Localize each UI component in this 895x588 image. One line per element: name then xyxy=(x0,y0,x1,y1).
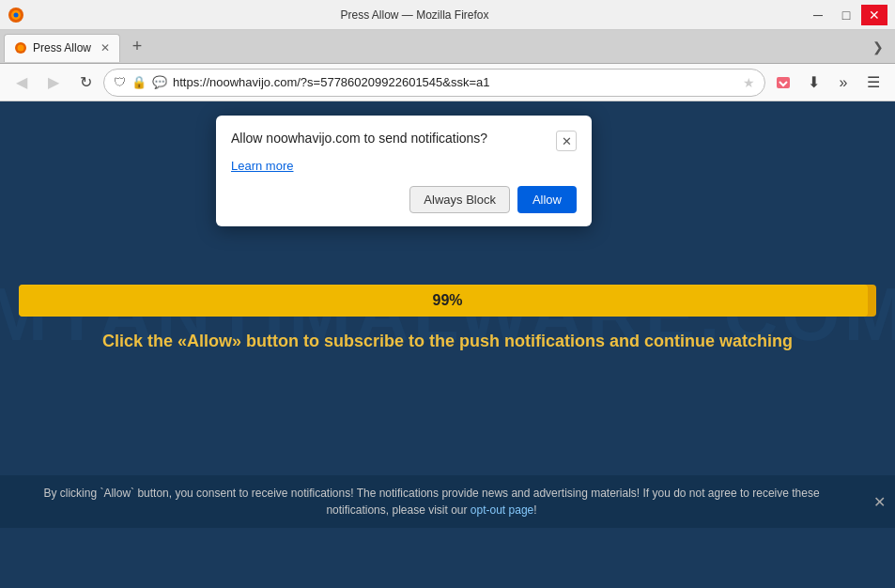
navbar: ◀ ▶ ↻ 🛡 🔒 💬 https://noowhavijo.com/?s=57… xyxy=(0,64,895,101)
download-button[interactable]: ⬇ xyxy=(799,69,827,97)
url-bar[interactable]: 🛡 🔒 💬 https://noowhavijo.com/?s=57786020… xyxy=(103,69,765,97)
tabbar: Press Allow ✕ + ❯ xyxy=(0,30,895,64)
url-text: https://noowhavijo.com/?s=57786020992260… xyxy=(173,75,737,89)
subscribe-text-before: Click the xyxy=(102,332,177,350)
opt-out-link[interactable]: opt-out page xyxy=(471,503,533,517)
popup-close-button[interactable]: ✕ xyxy=(556,131,577,151)
menu-button[interactable]: ☰ xyxy=(859,69,887,97)
content-area: MYANTIMALWARE.COM 99% Click the «Allow» … xyxy=(0,101,895,528)
active-tab[interactable]: Press Allow ✕ xyxy=(4,34,120,62)
bottom-bar-close-button[interactable]: ✕ xyxy=(873,493,886,511)
pocket-icon xyxy=(775,74,792,91)
tab-title: Press Allow xyxy=(33,41,91,54)
new-tab-button[interactable]: + xyxy=(124,34,150,60)
learn-more-link[interactable]: Learn more xyxy=(231,159,577,173)
notification-popup: Allow noowhavijo.com to send notificatio… xyxy=(216,116,592,226)
subscribe-highlight: «Allow» xyxy=(177,332,241,350)
notification-icon: 💬 xyxy=(152,75,167,89)
back-button[interactable]: ◀ xyxy=(8,69,36,97)
bookmark-icon: ★ xyxy=(743,75,755,90)
progress-container: 99% xyxy=(19,285,876,317)
bottom-bar-text-main: By clicking `Allow` button, you consent … xyxy=(43,487,819,517)
allow-button[interactable]: Allow xyxy=(517,186,577,213)
svg-point-4 xyxy=(18,45,24,52)
bottom-notification-bar: By clicking `Allow` button, you consent … xyxy=(0,475,895,528)
window-title: Press Allow — Mozilla Firefox xyxy=(24,8,805,22)
popup-header: Allow noowhavijo.com to send notificatio… xyxy=(231,131,577,151)
bottom-bar-text-end: ! xyxy=(533,503,536,517)
subscribe-text: Click the «Allow» button to subscribe to… xyxy=(0,332,895,351)
tab-list-chevron[interactable]: ❯ xyxy=(865,36,891,58)
popup-title: Allow noowhavijo.com to send notificatio… xyxy=(231,131,495,146)
reload-button[interactable]: ↻ xyxy=(71,69,100,97)
titlebar-buttons: ─ □ ✕ xyxy=(805,5,887,25)
bottom-bar-text: By clicking `Allow` button, you consent … xyxy=(19,485,845,518)
minimize-button[interactable]: ─ xyxy=(805,5,831,25)
close-button[interactable]: ✕ xyxy=(861,5,887,25)
lock-icon: 🔒 xyxy=(131,75,147,89)
progress-label: 99% xyxy=(432,292,462,309)
tab-favicon-icon xyxy=(14,41,27,54)
nav-actions: ⬇ » ☰ xyxy=(769,69,887,97)
svg-point-2 xyxy=(14,12,19,17)
maximize-button[interactable]: □ xyxy=(833,5,859,25)
titlebar: Press Allow — Mozilla Firefox ─ □ ✕ xyxy=(0,0,895,30)
extensions-button[interactable]: » xyxy=(829,69,857,97)
tab-close-button[interactable]: ✕ xyxy=(100,41,110,54)
progress-bar-outer: 99% xyxy=(19,285,876,317)
always-block-button[interactable]: Always Block xyxy=(409,186,510,213)
popup-buttons: Always Block Allow xyxy=(231,186,577,213)
subscribe-text-after: button to subscribe to the push notifica… xyxy=(241,332,793,350)
pocket-button[interactable] xyxy=(769,69,797,97)
firefox-logo-icon xyxy=(8,7,24,23)
titlebar-left xyxy=(8,7,24,23)
forward-button[interactable]: ▶ xyxy=(39,69,68,97)
shield-icon: 🛡 xyxy=(114,75,126,89)
